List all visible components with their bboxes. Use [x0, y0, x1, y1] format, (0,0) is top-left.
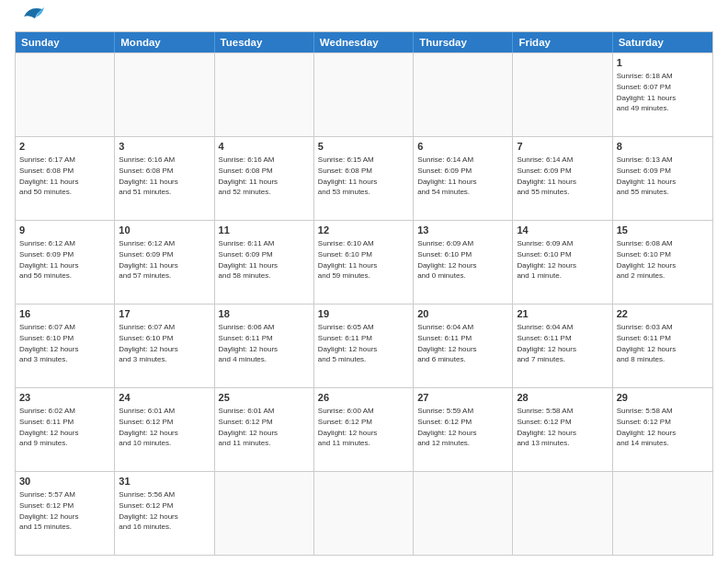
day-number: 27	[417, 391, 508, 405]
cal-cell: 23Sunrise: 6:02 AM Sunset: 6:11 PM Dayli…	[16, 388, 115, 471]
cell-info: Sunrise: 6:15 AM Sunset: 6:08 PM Dayligh…	[318, 155, 409, 197]
day-number: 13	[417, 224, 508, 237]
day-number: 12	[318, 224, 409, 237]
day-number: 25	[219, 391, 310, 405]
cell-info: Sunrise: 6:03 AM Sunset: 6:11 PM Dayligh…	[617, 322, 709, 364]
day-number: 23	[19, 391, 110, 405]
cell-info: Sunrise: 6:16 AM Sunset: 6:08 PM Dayligh…	[219, 155, 310, 197]
cal-cell	[314, 472, 414, 555]
cal-cell: 16Sunrise: 6:07 AM Sunset: 6:10 PM Dayli…	[16, 304, 115, 387]
cal-cell	[513, 53, 612, 136]
day-number: 21	[517, 307, 608, 321]
day-number: 31	[119, 475, 210, 488]
cal-cell	[215, 53, 314, 136]
cal-cell	[115, 53, 214, 136]
cal-cell: 8Sunrise: 6:13 AM Sunset: 6:09 PM Daylig…	[613, 137, 712, 220]
cell-info: Sunrise: 6:01 AM Sunset: 6:12 PM Dayligh…	[219, 406, 310, 448]
cell-info: Sunrise: 6:16 AM Sunset: 6:08 PM Dayligh…	[119, 155, 210, 197]
day-number: 2	[19, 140, 110, 154]
cal-cell: 11Sunrise: 6:11 AM Sunset: 6:09 PM Dayli…	[215, 221, 314, 304]
day-number: 7	[517, 140, 608, 154]
cell-info: Sunrise: 6:10 AM Sunset: 6:10 PM Dayligh…	[318, 238, 409, 281]
day-number: 19	[318, 307, 409, 321]
cal-cell: 19Sunrise: 6:05 AM Sunset: 6:11 PM Dayli…	[314, 304, 414, 387]
calendar-body: 1Sunrise: 6:18 AM Sunset: 6:07 PM Daylig…	[16, 52, 712, 555]
cal-cell: 14Sunrise: 6:09 AM Sunset: 6:10 PM Dayli…	[513, 221, 612, 304]
cell-info: Sunrise: 6:06 AM Sunset: 6:11 PM Dayligh…	[219, 322, 310, 364]
cell-info: Sunrise: 6:12 AM Sunset: 6:09 PM Dayligh…	[19, 238, 110, 281]
day-of-week-saturday: Saturday	[613, 32, 712, 52]
cal-cell: 4Sunrise: 6:16 AM Sunset: 6:08 PM Daylig…	[215, 137, 314, 220]
cell-info: Sunrise: 6:17 AM Sunset: 6:08 PM Dayligh…	[19, 155, 110, 197]
day-number: 24	[119, 391, 210, 405]
week-row-4: 23Sunrise: 6:02 AM Sunset: 6:11 PM Dayli…	[16, 387, 712, 471]
week-row-5: 30Sunrise: 5:57 AM Sunset: 6:12 PM Dayli…	[16, 471, 712, 555]
cal-cell: 13Sunrise: 6:09 AM Sunset: 6:10 PM Dayli…	[414, 221, 513, 304]
day-number: 22	[617, 307, 709, 321]
week-row-1: 2Sunrise: 6:17 AM Sunset: 6:08 PM Daylig…	[16, 136, 712, 220]
week-row-3: 16Sunrise: 6:07 AM Sunset: 6:10 PM Dayli…	[16, 304, 712, 387]
cal-cell: 5Sunrise: 6:15 AM Sunset: 6:08 PM Daylig…	[314, 137, 414, 220]
cal-cell: 12Sunrise: 6:10 AM Sunset: 6:10 PM Dayli…	[314, 221, 414, 304]
day-number: 29	[617, 391, 709, 405]
cal-cell: 10Sunrise: 6:12 AM Sunset: 6:09 PM Dayli…	[115, 221, 214, 304]
day-of-week-wednesday: Wednesday	[314, 32, 414, 52]
cal-cell: 21Sunrise: 6:04 AM Sunset: 6:11 PM Dayli…	[513, 304, 612, 387]
day-of-week-friday: Friday	[513, 32, 612, 52]
cal-cell	[414, 472, 513, 555]
cal-cell: 17Sunrise: 6:07 AM Sunset: 6:10 PM Dayli…	[115, 304, 214, 387]
cell-info: Sunrise: 6:07 AM Sunset: 6:10 PM Dayligh…	[19, 322, 110, 364]
cell-info: Sunrise: 5:58 AM Sunset: 6:12 PM Dayligh…	[617, 406, 709, 448]
cell-info: Sunrise: 5:59 AM Sunset: 6:12 PM Dayligh…	[417, 406, 508, 448]
cal-cell: 1Sunrise: 6:18 AM Sunset: 6:07 PM Daylig…	[613, 53, 712, 136]
cal-cell: 22Sunrise: 6:03 AM Sunset: 6:11 PM Dayli…	[613, 304, 712, 387]
cal-cell: 9Sunrise: 6:12 AM Sunset: 6:09 PM Daylig…	[16, 221, 115, 304]
cal-cell: 28Sunrise: 5:58 AM Sunset: 6:12 PM Dayli…	[513, 388, 612, 471]
cell-info: Sunrise: 5:56 AM Sunset: 6:12 PM Dayligh…	[119, 489, 210, 532]
cell-info: Sunrise: 6:04 AM Sunset: 6:11 PM Dayligh…	[517, 322, 608, 364]
week-row-0: 1Sunrise: 6:18 AM Sunset: 6:07 PM Daylig…	[16, 52, 712, 136]
cal-cell: 18Sunrise: 6:06 AM Sunset: 6:11 PM Dayli…	[215, 304, 314, 387]
day-number: 9	[19, 224, 110, 237]
day-number: 17	[119, 307, 210, 321]
cell-info: Sunrise: 6:02 AM Sunset: 6:11 PM Dayligh…	[19, 406, 110, 448]
cal-cell: 24Sunrise: 6:01 AM Sunset: 6:12 PM Dayli…	[115, 388, 214, 471]
day-of-week-sunday: Sunday	[16, 32, 115, 52]
cal-cell	[613, 472, 712, 555]
cell-info: Sunrise: 6:08 AM Sunset: 6:10 PM Dayligh…	[617, 238, 709, 281]
day-number: 26	[318, 391, 409, 405]
cal-cell: 29Sunrise: 5:58 AM Sunset: 6:12 PM Dayli…	[613, 388, 712, 471]
day-number: 20	[417, 307, 508, 321]
week-row-2: 9Sunrise: 6:12 AM Sunset: 6:09 PM Daylig…	[16, 220, 712, 304]
cell-info: Sunrise: 6:04 AM Sunset: 6:11 PM Dayligh…	[417, 322, 508, 364]
cell-info: Sunrise: 6:14 AM Sunset: 6:09 PM Dayligh…	[417, 155, 508, 197]
day-number: 6	[417, 140, 508, 154]
header	[15, 11, 713, 24]
day-number: 18	[219, 307, 310, 321]
day-of-week-tuesday: Tuesday	[215, 32, 314, 52]
day-number: 14	[517, 224, 608, 237]
cell-info: Sunrise: 6:09 AM Sunset: 6:10 PM Dayligh…	[517, 238, 608, 281]
cal-cell: 26Sunrise: 6:00 AM Sunset: 6:12 PM Dayli…	[314, 388, 414, 471]
cell-info: Sunrise: 6:12 AM Sunset: 6:09 PM Dayligh…	[119, 238, 210, 281]
calendar: SundayMondayTuesdayWednesdayThursdayFrid…	[15, 31, 713, 556]
cell-info: Sunrise: 5:58 AM Sunset: 6:12 PM Dayligh…	[517, 406, 608, 448]
calendar-header: SundayMondayTuesdayWednesdayThursdayFrid…	[16, 32, 712, 52]
day-number: 1	[617, 56, 709, 70]
day-number: 16	[19, 307, 110, 321]
cal-cell: 2Sunrise: 6:17 AM Sunset: 6:08 PM Daylig…	[16, 137, 115, 220]
cal-cell	[414, 53, 513, 136]
day-number: 28	[517, 391, 608, 405]
cal-cell	[16, 53, 115, 136]
cal-cell	[513, 472, 612, 555]
day-number: 11	[219, 224, 310, 237]
cell-info: Sunrise: 6:00 AM Sunset: 6:12 PM Dayligh…	[318, 406, 409, 448]
day-number: 8	[617, 140, 709, 154]
day-number: 3	[119, 140, 210, 154]
day-number: 4	[219, 140, 310, 154]
day-number: 30	[19, 475, 110, 488]
logo	[15, 11, 46, 24]
page: SundayMondayTuesdayWednesdayThursdayFrid…	[0, 0, 728, 563]
cell-info: Sunrise: 6:13 AM Sunset: 6:09 PM Dayligh…	[617, 155, 709, 197]
day-of-week-monday: Monday	[115, 32, 214, 52]
